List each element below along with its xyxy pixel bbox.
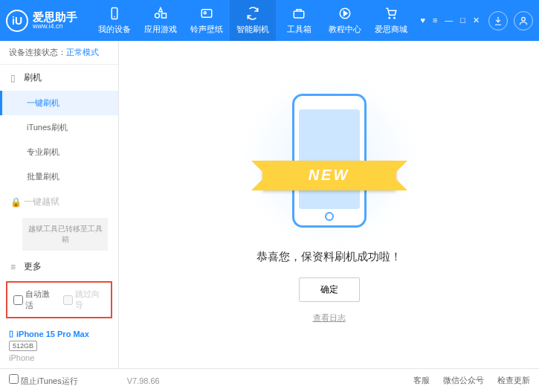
auto-activate-checkbox[interactable]: 自动激活 <box>13 289 56 311</box>
svg-point-8 <box>389 17 390 19</box>
device-type: iPhone <box>9 353 109 362</box>
device-status: 设备连接状态：正常模式 <box>0 41 118 65</box>
logo-icon: iU <box>6 10 28 32</box>
footer-update[interactable]: 检查更新 <box>497 375 530 386</box>
maximize-icon[interactable]: □ <box>460 16 465 25</box>
nav-apps[interactable]: 应用游戏 <box>138 0 184 41</box>
app-header: iU 爱思助手 www.i4.cn 我的设备 应用游戏 铃声壁纸 智能刷机 工具… <box>0 0 539 41</box>
close-icon[interactable]: ✕ <box>473 16 480 25</box>
storage-badge: 512GB <box>9 341 37 351</box>
svg-rect-4 <box>202 10 213 18</box>
header-right: ♥ ≡ — □ ✕ <box>414 11 533 30</box>
nav-toolbox[interactable]: 工具箱 <box>276 0 322 41</box>
play-icon <box>338 6 352 21</box>
sidebar-item-oneclick-flash[interactable]: 一键刷机 <box>0 91 118 115</box>
nav-ringtones[interactable]: 铃声壁纸 <box>184 0 230 41</box>
nav-flash[interactable]: 智能刷机 <box>230 0 276 41</box>
group-jailbreak: 🔒一键越狱 <box>0 189 118 215</box>
cart-icon <box>384 6 398 21</box>
device-info: ▯iPhone 15 Pro Max 512GB iPhone <box>0 323 118 368</box>
lock-icon: 🔒 <box>10 197 19 208</box>
skip-guide-checkbox[interactable]: 跳过向导 <box>63 289 106 311</box>
list-icon[interactable]: ≡ <box>433 16 437 25</box>
minimize-icon[interactable]: — <box>445 16 453 25</box>
group-more[interactable]: ≡更多 <box>0 254 118 277</box>
refresh-icon <box>245 6 260 21</box>
sidebar-item-pro-flash[interactable]: 专业刷机 <box>0 140 118 164</box>
svg-point-9 <box>394 17 396 19</box>
new-ribbon: NEW <box>262 161 396 190</box>
jailbreak-moved-note[interactable]: 越狱工具已转移至工具箱 <box>22 218 108 251</box>
apps-icon <box>153 6 168 21</box>
view-log-link[interactable]: 查看日志 <box>313 312 346 324</box>
options-box: 自动激活 跳过向导 <box>6 281 112 318</box>
user-button[interactable] <box>514 11 533 30</box>
footer-wechat[interactable]: 微信公众号 <box>443 375 484 386</box>
image-icon <box>199 6 214 21</box>
nav-tutorials[interactable]: 教程中心 <box>322 0 368 41</box>
app-url: www.i4.cn <box>33 22 77 30</box>
version-label: V7.98.66 <box>127 376 160 385</box>
phone-icon <box>107 6 122 21</box>
toolbox-icon <box>291 6 306 21</box>
footer: 阻止iTunes运行 V7.98.66 客服 微信公众号 检查更新 <box>0 368 539 392</box>
device-name[interactable]: ▯iPhone 15 Pro Max <box>9 329 109 338</box>
nav-store[interactable]: 爱思商城 <box>368 0 414 41</box>
success-illustration: NEW <box>277 86 381 235</box>
svg-point-10 <box>522 17 526 21</box>
main-content: NEW 恭喜您，保资料刷机成功啦！ 确定 查看日志 <box>119 41 539 368</box>
phone-small-icon: ▯ <box>10 73 19 83</box>
device-icon: ▯ <box>9 329 13 338</box>
group-flash[interactable]: ▯刷机 <box>0 65 118 91</box>
top-nav: 我的设备 应用游戏 铃声壁纸 智能刷机 工具箱 教程中心 爱思商城 <box>91 0 414 41</box>
sidebar: 设备连接状态：正常模式 ▯刷机 一键刷机 iTunes刷机 专业刷机 批量刷机 … <box>0 41 119 368</box>
sidebar-item-batch-flash[interactable]: 批量刷机 <box>0 164 118 189</box>
nav-my-device[interactable]: 我的设备 <box>91 0 138 41</box>
ok-button[interactable]: 确定 <box>299 277 360 302</box>
svg-point-2 <box>155 13 160 18</box>
success-message: 恭喜您，保资料刷机成功啦！ <box>256 250 401 264</box>
svg-point-5 <box>204 12 207 14</box>
sidebar-item-itunes-flash[interactable]: iTunes刷机 <box>0 115 118 140</box>
menu-icon[interactable]: ♥ <box>420 16 425 25</box>
footer-support[interactable]: 客服 <box>413 375 430 386</box>
block-itunes-checkbox[interactable]: 阻止iTunes运行 <box>9 374 78 387</box>
svg-rect-3 <box>162 13 167 18</box>
download-button[interactable] <box>488 11 508 30</box>
more-icon: ≡ <box>10 262 19 272</box>
svg-rect-6 <box>294 11 305 18</box>
app-name: 爱思助手 <box>33 11 77 22</box>
logo-area: iU 爱思助手 www.i4.cn <box>6 10 91 32</box>
